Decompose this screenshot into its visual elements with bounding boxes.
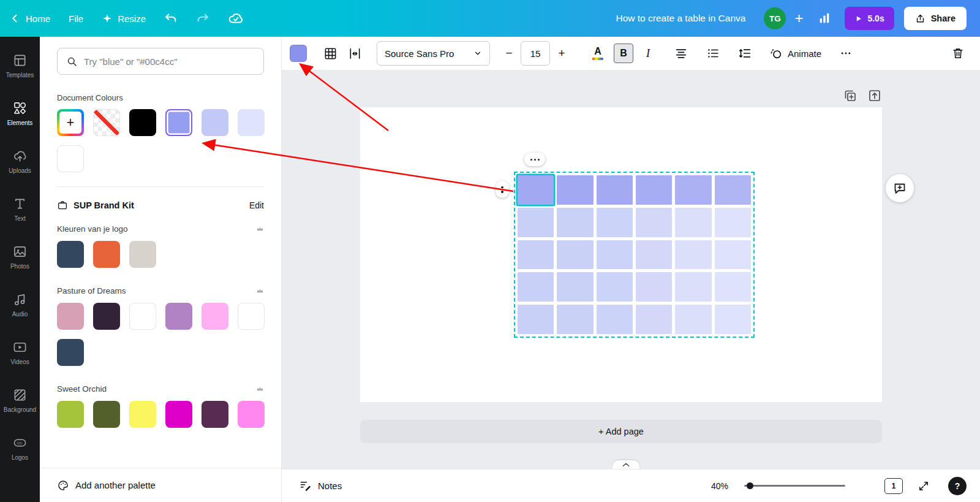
design-title[interactable]: How to create a table in Canva [616,13,745,24]
sidebar-item-videos[interactable]: Videos [0,329,40,376]
zoom-slider-knob[interactable] [747,482,753,489]
home-button[interactable]: Home [10,13,50,24]
colour-swatch[interactable] [202,401,228,428]
colour-swatch[interactable] [57,241,84,268]
text-colour-button[interactable]: A [588,47,608,60]
colour-swatch[interactable] [129,109,156,136]
save-status-button[interactable] [228,10,244,26]
colour-swatch[interactable] [93,401,120,428]
font-family-select[interactable]: Source Sans Pro [377,41,490,66]
table-cell[interactable] [597,272,633,302]
table-cell[interactable] [557,208,593,237]
colour-swatch[interactable] [202,109,228,136]
colour-swatch[interactable] [129,401,156,428]
add-member-button[interactable]: + [794,10,803,27]
table-cell[interactable] [715,208,751,237]
table-options-button[interactable] [524,153,545,166]
colour-swatch[interactable] [238,303,265,330]
font-size-decrease-button[interactable]: − [499,47,519,60]
table-cell-selected[interactable] [518,175,554,205]
add-page-icon-button[interactable] [867,88,882,103]
transparent-swatch[interactable] [93,109,120,136]
table-cell[interactable] [518,305,554,334]
table-cell[interactable] [597,175,633,205]
notes-button[interactable]: Notes [299,479,342,492]
table-cell[interactable] [675,305,711,334]
add-page-button[interactable]: + Add page [360,420,882,443]
sidebar-item-background[interactable]: Background [0,376,40,424]
colour-swatch[interactable] [57,339,84,366]
table-element[interactable] [518,175,751,334]
colour-swatch[interactable] [93,241,120,268]
table-cell[interactable] [715,175,751,205]
table-cell[interactable] [675,208,711,237]
sidebar-item-photos[interactable]: Photos [0,233,40,281]
font-size-value[interactable]: 15 [521,41,550,66]
colour-swatch[interactable] [93,303,120,330]
sidebar-item-elements[interactable]: Elements [0,89,40,137]
table-cell[interactable] [715,272,751,302]
colour-swatch[interactable] [57,401,84,428]
fullscreen-button[interactable] [918,480,930,492]
table-cell[interactable] [597,208,633,237]
colour-swatch[interactable] [129,303,156,330]
colour-swatch[interactable] [238,109,265,136]
font-size-increase-button[interactable]: + [551,47,572,60]
column-width-button[interactable] [345,44,364,63]
sidebar-item-text[interactable]: Text [0,185,40,233]
sidebar-item-uploads[interactable]: Uploads [0,137,40,185]
duplicate-page-button[interactable] [843,88,858,103]
bold-button[interactable]: B [614,44,633,63]
line-spacing-button[interactable] [735,44,755,63]
add-palette-button[interactable]: Add another palette [40,468,281,502]
comment-button[interactable] [886,174,914,202]
colour-swatch[interactable] [57,303,84,330]
brand-kit-edit-link[interactable]: Edit [249,200,264,210]
table-cell[interactable] [518,272,554,302]
table-cell[interactable] [675,272,711,302]
italic-button[interactable]: I [638,44,658,63]
colour-swatch[interactable] [165,401,192,428]
table-cell[interactable] [636,305,672,334]
colour-swatch[interactable] [57,145,84,172]
more-options-button[interactable] [836,44,856,63]
table-cell[interactable] [557,240,593,270]
alignment-button[interactable] [671,44,691,63]
avatar[interactable]: TG [764,7,786,29]
table-fill-swatch[interactable] [290,45,307,62]
table-cell[interactable] [636,175,672,205]
colour-search-input[interactable] [84,56,255,67]
selected-colour-swatch[interactable] [165,109,192,136]
share-button[interactable]: Share [904,7,967,30]
sidebar-item-logos[interactable]: CO. Logos [0,424,40,472]
bullet-list-button[interactable] [703,44,723,63]
page-count-button[interactable]: 1 [884,478,903,494]
present-button[interactable]: 5.0s [845,7,894,30]
colour-swatch[interactable] [129,241,156,268]
design-page[interactable] [360,107,882,402]
table-cell[interactable] [518,208,554,237]
table-grid-button[interactable] [320,44,340,63]
redo-button[interactable] [196,12,209,25]
insights-button[interactable] [818,12,831,25]
table-cell[interactable] [675,175,711,205]
help-button[interactable]: ? [948,477,967,495]
collapse-panel-tab[interactable] [612,460,639,469]
file-menu-button[interactable]: File [69,13,83,24]
table-cell[interactable] [636,240,672,270]
delete-button[interactable] [948,44,968,63]
sidebar-item-templates[interactable]: Templates [0,42,40,89]
colour-swatch[interactable] [165,303,192,330]
table-cell[interactable] [636,208,672,237]
table-cell[interactable] [636,272,672,302]
animate-button[interactable]: Animate [769,47,821,60]
add-colour-swatch[interactable]: + [57,109,84,136]
table-cell[interactable] [557,305,593,334]
colour-swatch[interactable] [238,401,265,428]
row-drag-handle[interactable] [496,181,509,198]
table-cell[interactable] [557,272,593,302]
table-cell[interactable] [715,305,751,334]
table-cell[interactable] [557,175,593,205]
zoom-slider[interactable] [744,485,845,487]
undo-button[interactable] [164,12,178,25]
